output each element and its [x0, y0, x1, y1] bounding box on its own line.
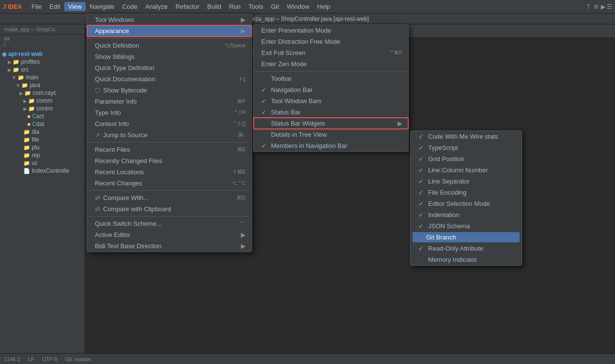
sb-memory-indicator[interactable]: ✓ Memory Indicator — [411, 254, 522, 265]
view-menu-context-info[interactable]: Context Info ⌃⇧Q — [87, 118, 252, 129]
folder-icon: 📁 — [23, 145, 30, 151]
view-menu-recently-changed[interactable]: Recently Changed Files — [87, 155, 252, 166]
view-menu-bidi[interactable]: Bidi Text Base Direction ▶ — [87, 240, 252, 252]
folder-icon: ■ — [27, 113, 31, 119]
view-menu-type-info[interactable]: Type Info ⌃⇧P — [87, 107, 252, 118]
view-menu-param-info[interactable]: Parameter Info ⌘P — [87, 96, 252, 107]
check-icon: ✓ — [261, 98, 266, 105]
menu-bar-right: 7 ⚙ ▶ ☰ — [587, 3, 612, 10]
tree-item-profiles[interactable]: ▶ 📁 profiles — [0, 58, 85, 66]
view-menu-quick-def[interactable]: Quick Definition ⌥Space — [87, 40, 252, 51]
submenu-arrow-icon: ▶ — [241, 231, 246, 238]
menu-git[interactable]: Git — [267, 2, 283, 11]
view-menu-compare-with[interactable]: ⇄ Compare With... ⌘D — [87, 192, 252, 203]
separator — [253, 71, 408, 72]
menu-edit[interactable]: Edit — [46, 2, 64, 11]
folder-icon: 📁 — [24, 90, 31, 96]
tree-item-uc[interactable]: 📁 uc — [0, 159, 85, 167]
status-encoding: UTF-8 — [42, 356, 57, 362]
compare-icon: ⇄ — [95, 194, 100, 201]
check-icon: ✓ — [418, 145, 423, 151]
appearance-members-nav[interactable]: ✓ Members in Navigation Bar — [253, 140, 408, 151]
submenu-arrow-icon: ▶ — [241, 16, 246, 23]
appearance-exit-full-screen[interactable]: Exit Full Screen ⌃⌘F — [253, 47, 408, 58]
view-menu-quick-doc[interactable]: Quick Documentation F1 — [87, 73, 252, 85]
menu-tools[interactable]: Tools — [245, 2, 267, 11]
statusbar-widgets-submenu[interactable]: ✓ Code With Me Wire stats ✓ TypeScript ✓… — [410, 130, 522, 266]
sb-code-with-me[interactable]: ✓ Code With Me Wire stats — [411, 131, 522, 142]
view-menu-tool-windows[interactable]: Tool Windows ▶ — [87, 14, 252, 25]
view-menu-compare-clipboard[interactable]: ⇄ Compare with Clipboard — [87, 203, 252, 215]
tree-item-java[interactable]: ▼ 📁 java — [0, 81, 85, 89]
appearance-details-tree[interactable]: ✓ Details in Tree View — [253, 129, 408, 140]
folder-icon: 📁 — [23, 160, 30, 166]
tree-item-com[interactable]: ▶ 📁 com.rayc — [0, 89, 85, 97]
tree-item-file[interactable]: 📁 file — [0, 136, 85, 144]
tree-item-comm[interactable]: ▶ 📁 comm — [0, 97, 85, 105]
view-menu-recent-changes[interactable]: Recent Changes ⌥⌃C — [87, 178, 252, 189]
sidebar: maijia_app – ShopCo ea i ◉ api-rest-web … — [0, 24, 85, 364]
tree-item-index[interactable]: 📄 IndexControlle — [0, 167, 85, 175]
sb-line-separator[interactable]: ✓ Line Separator — [411, 176, 522, 187]
appearance-navigation-bar[interactable]: ✓ Navigation Bar — [253, 84, 408, 95]
sb-git-branch[interactable]: ✓ Git Branch — [413, 232, 520, 242]
view-menu-quick-type-def[interactable]: Quick Type Definition — [87, 62, 252, 73]
compare2-icon: ⇄ — [95, 205, 100, 213]
view-menu-appearance[interactable]: Appearance ▶ — [87, 25, 252, 36]
menu-window[interactable]: Window — [283, 2, 313, 11]
menu-help[interactable]: Help — [313, 2, 334, 11]
submenu-arrow-icon: ▶ — [241, 27, 246, 35]
view-menu-show-bytecode[interactable]: ⬡ Show Bytecode — [87, 85, 252, 96]
sb-line-column[interactable]: ✓ Line:Column Number — [411, 164, 522, 176]
arrow-icon: ▼ — [16, 83, 20, 88]
app-logo: J IDEA — [3, 3, 22, 10]
view-menu-active-editor[interactable]: Active Editor ▶ — [87, 229, 252, 240]
sb-typescript[interactable]: ✓ TypeScript — [411, 142, 522, 153]
appearance-zen-mode[interactable]: Enter Zen Mode — [253, 58, 408, 70]
submenu-arrow-icon: ▶ — [241, 242, 246, 250]
module-icon: ◉ — [2, 51, 7, 57]
menu-file[interactable]: File — [28, 2, 46, 11]
view-menu-recent-locations[interactable]: Recent Locations ⇧⌘E — [87, 166, 252, 178]
tree-item-src[interactable]: ▶ 📁 src — [0, 66, 85, 73]
menu-analyze[interactable]: Analyze — [141, 2, 171, 11]
menu-refactor[interactable]: Refactor — [172, 2, 203, 11]
check-icon: ✓ — [418, 178, 423, 185]
sb-file-encoding[interactable]: ✓ File Encoding — [411, 187, 522, 198]
arrow-icon: ▶ — [23, 106, 27, 111]
menu-build[interactable]: Build — [203, 2, 225, 11]
appearance-status-bar-widgets[interactable]: ✓ Status Bar Widgets ▶ — [253, 118, 408, 129]
folder-icon: 📁 — [18, 74, 24, 81]
tree-item-act[interactable]: ■ C act — [0, 112, 85, 120]
appearance-status-bar[interactable]: ✓ Status Bar — [253, 107, 408, 118]
window-title: maijia_app – ShopController.java [api-re… — [246, 16, 369, 22]
tree-item-dat[interactable]: ■ C dat — [0, 120, 85, 128]
menu-view[interactable]: View — [64, 2, 86, 11]
menu-navigate[interactable]: Navigate — [86, 2, 118, 11]
view-menu-recent-files[interactable]: Recent Files ⌘E — [87, 144, 252, 155]
sb-read-only[interactable]: ✓ Read-Only Attribute — [411, 243, 522, 254]
appearance-tool-window-bars[interactable]: ✓ Tool Window Bars — [253, 95, 408, 107]
view-menu-jump-to-source[interactable]: ↗ Jump to Source ⌘↓ — [87, 129, 252, 141]
view-menu-show-siblings[interactable]: Show Siblings — [87, 51, 252, 62]
tree-item-main[interactable]: ▼ 📁 main — [0, 73, 85, 81]
sb-json-schema[interactable]: ✓ JSON Schema — [411, 220, 522, 232]
folder-icon: 📁 — [21, 82, 28, 89]
menu-code[interactable]: Code — [118, 2, 141, 11]
tree-module-api-rest-web[interactable]: ◉ api-rest-web — [0, 50, 85, 58]
sb-grid-position[interactable]: ✓ Grid Position — [411, 153, 522, 164]
sb-editor-selection[interactable]: ✓ Editor Selection Mode — [411, 198, 522, 209]
tree-item-contro[interactable]: ▶ 📁 contro — [0, 105, 85, 112]
view-menu-quick-switch[interactable]: Quick Switch Scheme... ⌃` — [87, 218, 252, 229]
tree-item-rep[interactable]: 📁 rep — [0, 151, 85, 159]
appearance-presentation-mode[interactable]: Enter Presentation Mode — [253, 25, 408, 36]
arrow-icon: ▶ — [23, 98, 27, 104]
sb-indentation[interactable]: ✓ Indentation — [411, 209, 522, 220]
appearance-submenu[interactable]: Enter Presentation Mode Enter Distractio… — [253, 24, 409, 152]
tree-item-dia[interactable]: 📁 dia — [0, 128, 85, 136]
appearance-toolbar[interactable]: ✓ Toolbar — [253, 73, 408, 84]
tree-item-plu[interactable]: 📁 plu — [0, 144, 85, 151]
appearance-distraction-free[interactable]: Enter Distraction Free Mode — [253, 36, 408, 47]
view-menu-dropdown[interactable]: Tool Windows ▶ Appearance ▶ Quick Defini… — [87, 14, 252, 252]
menu-run[interactable]: Run — [225, 2, 245, 11]
